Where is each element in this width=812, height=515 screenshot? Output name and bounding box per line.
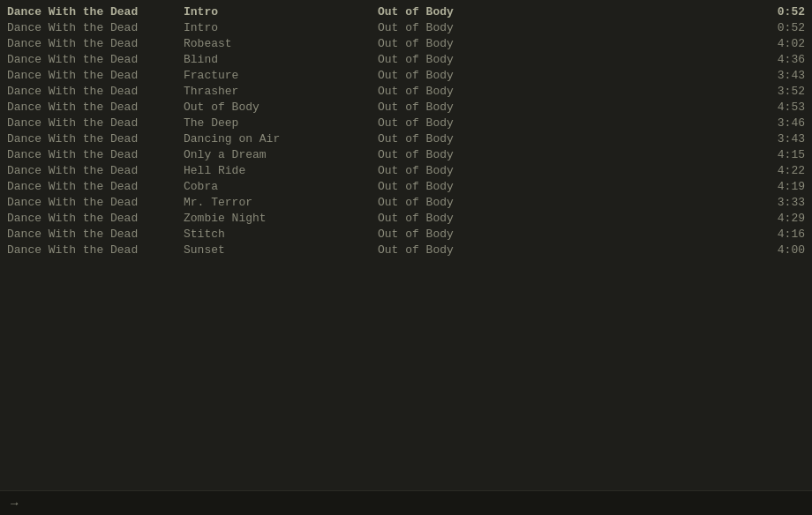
track-title: Only a Dream	[184, 148, 378, 161]
track-row[interactable]: Dance With the DeadOnly a DreamOut of Bo…	[0, 146, 812, 162]
header-title: Intro	[184, 5, 378, 19]
track-album: Out of Body	[378, 243, 761, 257]
track-duration: 4:16	[761, 228, 805, 241]
track-title: Sunset	[184, 243, 378, 257]
track-album: Out of Body	[378, 228, 761, 241]
track-list: Dance With the Dead Intro Out of Body 0:…	[0, 0, 812, 258]
track-duration: 4:36	[761, 53, 805, 66]
track-row[interactable]: Dance With the DeadBlindOut of Body4:36	[0, 51, 812, 67]
track-row[interactable]: Dance With the DeadFractureOut of Body3:…	[0, 67, 812, 83]
track-artist: Dance With the Dead	[7, 101, 184, 114]
arrow-icon: →	[11, 496, 18, 511]
track-duration: 4:02	[761, 37, 805, 50]
track-duration: 4:22	[761, 164, 805, 177]
track-artist: Dance With the Dead	[7, 148, 184, 161]
track-title: Out of Body	[184, 101, 378, 114]
track-title: Fracture	[184, 69, 378, 82]
track-duration: 4:19	[761, 180, 805, 193]
bottom-bar: →	[0, 490, 812, 515]
track-artist: Dance With the Dead	[7, 132, 184, 146]
track-artist: Dance With the Dead	[7, 164, 184, 177]
track-album: Out of Body	[378, 164, 761, 177]
track-duration: 0:52	[761, 21, 805, 34]
track-title: Zombie Night	[184, 212, 378, 225]
track-album: Out of Body	[378, 196, 761, 209]
track-title: Mr. Terror	[184, 196, 378, 209]
track-artist: Dance With the Dead	[7, 196, 184, 209]
track-album: Out of Body	[378, 53, 761, 66]
track-duration: 3:43	[761, 132, 805, 146]
track-duration: 3:43	[761, 69, 805, 82]
track-list-header: Dance With the Dead Intro Out of Body 0:…	[0, 4, 812, 19]
track-title: Stitch	[184, 228, 378, 241]
header-artist: Dance With the Dead	[7, 5, 184, 19]
track-duration: 3:52	[761, 85, 805, 98]
track-title: Robeast	[184, 37, 378, 50]
track-duration: 3:46	[761, 116, 805, 130]
track-row[interactable]: Dance With the DeadThrasherOut of Body3:…	[0, 83, 812, 99]
track-title: Thrasher	[184, 85, 378, 98]
header-duration: 0:52	[761, 5, 805, 19]
track-artist: Dance With the Dead	[7, 243, 184, 257]
track-album: Out of Body	[378, 37, 761, 50]
track-title: The Deep	[184, 116, 378, 130]
track-duration: 4:53	[761, 101, 805, 114]
track-album: Out of Body	[378, 101, 761, 114]
track-row[interactable]: Dance With the DeadMr. TerrorOut of Body…	[0, 194, 812, 210]
track-duration: 4:00	[761, 243, 805, 257]
header-album: Out of Body	[378, 5, 761, 19]
track-artist: Dance With the Dead	[7, 21, 184, 34]
track-title: Cobra	[184, 180, 378, 193]
track-artist: Dance With the Dead	[7, 69, 184, 82]
track-album: Out of Body	[378, 180, 761, 193]
track-album: Out of Body	[378, 69, 761, 82]
track-album: Out of Body	[378, 132, 761, 146]
track-row[interactable]: Dance With the DeadHell RideOut of Body4…	[0, 162, 812, 178]
track-artist: Dance With the Dead	[7, 85, 184, 98]
track-artist: Dance With the Dead	[7, 228, 184, 241]
track-artist: Dance With the Dead	[7, 180, 184, 193]
track-row[interactable]: Dance With the DeadSunsetOut of Body4:00	[0, 242, 812, 258]
track-title: Intro	[184, 21, 378, 34]
track-row[interactable]: Dance With the DeadDancing on AirOut of …	[0, 131, 812, 146]
track-album: Out of Body	[378, 148, 761, 161]
track-artist: Dance With the Dead	[7, 37, 184, 50]
track-album: Out of Body	[378, 21, 761, 34]
track-row[interactable]: Dance With the DeadThe DeepOut of Body3:…	[0, 115, 812, 131]
track-row[interactable]: Dance With the DeadOut of BodyOut of Bod…	[0, 99, 812, 115]
track-album: Out of Body	[378, 116, 761, 130]
track-row[interactable]: Dance With the DeadZombie NightOut of Bo…	[0, 210, 812, 226]
track-album: Out of Body	[378, 212, 761, 225]
track-duration: 4:15	[761, 148, 805, 161]
track-title: Hell Ride	[184, 164, 378, 177]
track-title: Blind	[184, 53, 378, 66]
track-title: Dancing on Air	[184, 132, 378, 146]
track-row[interactable]: Dance With the DeadIntroOut of Body0:52	[0, 19, 812, 35]
track-artist: Dance With the Dead	[7, 212, 184, 225]
track-artist: Dance With the Dead	[7, 53, 184, 66]
track-artist: Dance With the Dead	[7, 116, 184, 130]
track-row[interactable]: Dance With the DeadStitchOut of Body4:16	[0, 226, 812, 242]
track-album: Out of Body	[378, 85, 761, 98]
track-duration: 3:33	[761, 196, 805, 209]
track-row[interactable]: Dance With the DeadCobraOut of Body4:19	[0, 178, 812, 194]
track-duration: 4:29	[761, 212, 805, 225]
track-row[interactable]: Dance With the DeadRobeastOut of Body4:0…	[0, 35, 812, 51]
